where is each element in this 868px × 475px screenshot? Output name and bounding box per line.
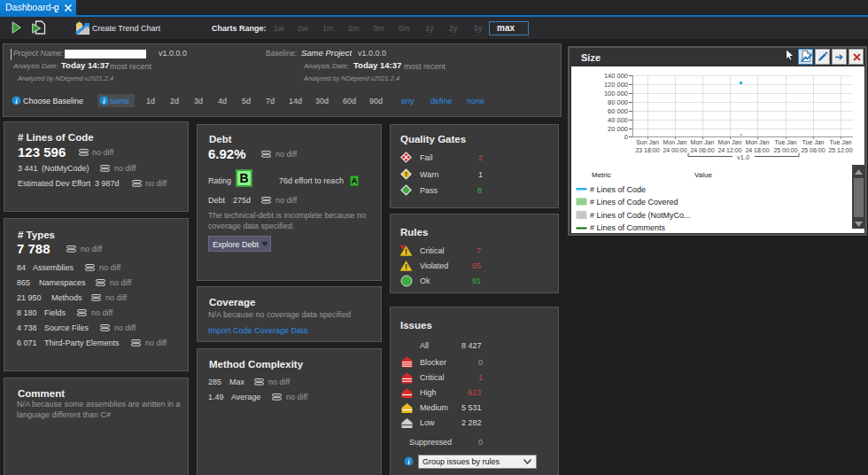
svg-text:Mon Jan: Mon Jan (663, 139, 687, 145)
svg-text:20 000: 20 000 (608, 125, 628, 133)
svg-text:40 000: 40 000 (608, 116, 628, 124)
svg-text:Mon Jan: Mon Jan (718, 139, 742, 145)
svg-text:100 000: 100 000 (604, 90, 628, 97)
svg-text:Value: Value (694, 171, 712, 179)
svg-text:60 000: 60 000 (608, 107, 628, 115)
svg-text:24 00:00: 24 00:00 (663, 147, 686, 153)
svg-text:23 18:00: 23 18:00 (635, 147, 659, 153)
svg-text:!: ! (405, 170, 407, 178)
svg-text:25 00:00: 25 00:00 (773, 147, 797, 153)
svg-text:Mon Jan: Mon Jan (691, 139, 715, 145)
svg-text:Tue Jan: Tue Jan (829, 139, 851, 145)
svg-text:25 12:00: 25 12:00 (828, 147, 852, 153)
svg-text:# Lines of Code: # Lines of Code (590, 185, 646, 194)
svg-text:v1.0: v1.0 (737, 153, 749, 161)
svg-text:140 000: 140 000 (604, 72, 628, 80)
svg-text:!: ! (405, 262, 407, 271)
svg-text:# Lines of Comments: # Lines of Comments (590, 223, 666, 232)
svg-text:Mon Jan: Mon Jan (746, 139, 770, 145)
svg-text:0: 0 (624, 133, 628, 141)
svg-text:Tue Jan: Tue Jan (802, 139, 824, 145)
svg-text:!: ! (405, 247, 407, 256)
svg-text:25 06:00: 25 06:00 (801, 147, 825, 153)
svg-text:24 06:00: 24 06:00 (690, 147, 714, 153)
svg-text:Sun Jan: Sun Jan (636, 139, 659, 145)
svg-text:# Lines of Code Covered: # Lines of Code Covered (590, 198, 678, 206)
svg-text:80 000: 80 000 (608, 98, 628, 106)
svg-text:# Lines of Code (NotMyCo...: # Lines of Code (NotMyCo... (590, 211, 691, 220)
svg-text:Tue Jan: Tue Jan (774, 139, 796, 145)
svg-text:120 000: 120 000 (604, 81, 628, 89)
svg-text:Metric: Metric (592, 171, 611, 179)
